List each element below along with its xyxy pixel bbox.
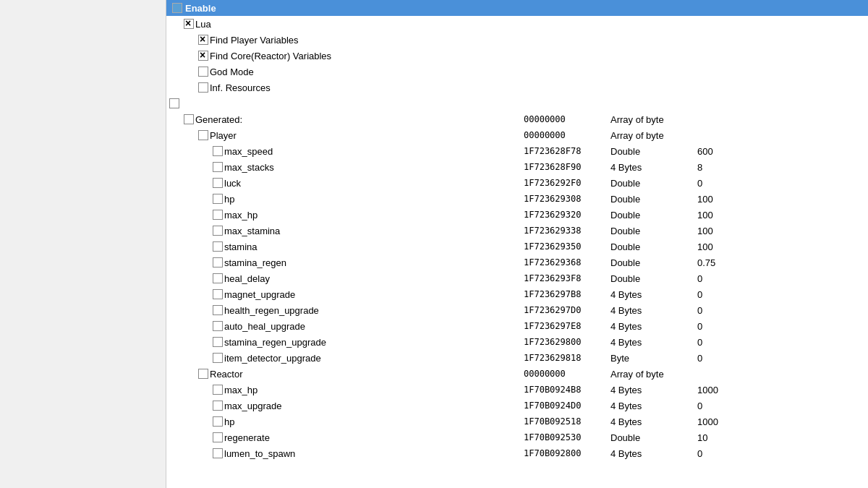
row-checkbox[interactable] (213, 385, 223, 395)
row-value[interactable]: 8 (694, 159, 752, 175)
table-row[interactable]: heal_delay 1F7236293F8 Double 0 (166, 270, 868, 286)
table-row[interactable] (166, 95, 868, 111)
table-row[interactable]: Generated: 00000000 Array of byte (166, 111, 868, 127)
table-row[interactable]: regenerate 1F70B092530 Double 10 (166, 429, 868, 445)
table-row[interactable]: Reactor 00000000 Array of byte (166, 366, 868, 382)
header-checkbox[interactable] (172, 3, 182, 13)
table-row[interactable]: item_detector_upgrade 1F723629818 Byte 0 (166, 350, 868, 366)
row-checkbox[interactable] (213, 210, 223, 220)
row-script (752, 366, 868, 382)
row-checkbox[interactable] (184, 19, 194, 29)
table-row[interactable]: stamina_regen_upgrade 1F723629800 4 Byte… (166, 334, 868, 350)
row-checkbox[interactable] (213, 432, 223, 442)
row-checkbox[interactable] (213, 353, 223, 363)
row-checkbox[interactable] (213, 416, 223, 427)
row-type: Double (608, 270, 694, 286)
table-row[interactable]: max_stacks 1F723628F90 4 Bytes 8 (166, 159, 868, 175)
row-checkbox[interactable] (213, 257, 223, 267)
row-checkbox[interactable] (213, 162, 223, 172)
row-value[interactable]: 0 (694, 334, 752, 350)
row-checkbox[interactable] (213, 321, 223, 331)
row-name-label: max_hp (224, 385, 258, 395)
row-value[interactable]: 1000 (694, 414, 752, 429)
row-value[interactable]: 0 (694, 318, 752, 334)
table-row[interactable]: magnet_upgrade 1F7236297B8 4 Bytes 0 (166, 286, 868, 302)
table-row[interactable]: Lua </span></td> (166, 16, 868, 32)
row-checkbox[interactable] (213, 401, 223, 411)
row-value[interactable]: 0 (694, 286, 752, 302)
table-row[interactable]: luck 1F7236292F0 Double 0 (166, 175, 868, 191)
row-value[interactable]: 1000 (694, 382, 752, 398)
row-name-cell: max_stamina (166, 223, 521, 239)
row-checkbox[interactable] (213, 194, 223, 204)
cheat-table: Enable </td> Lua </span></td> Find Playe… (166, 0, 868, 461)
row-value[interactable]: 0 (694, 350, 752, 366)
row-value[interactable]: 0 (694, 398, 752, 414)
row-checkbox[interactable] (213, 241, 223, 252)
table-row[interactable]: Inf. Resources </span></td> (166, 80, 868, 95)
row-value[interactable]: 0 (694, 445, 752, 461)
table-row[interactable]: hp 1F723629308 Double 100 (166, 191, 868, 207)
row-value[interactable]: 0.75 (694, 254, 752, 270)
table-row[interactable]: stamina_regen 1F723629368 Double 0.75 (166, 254, 868, 270)
row-value[interactable]: 0 (694, 270, 752, 286)
row-checkbox[interactable] (213, 146, 223, 156)
table-row[interactable]: auto_heal_upgrade 1F7236297E8 4 Bytes 0 (166, 318, 868, 334)
row-checkbox[interactable] (213, 178, 223, 188)
row-value[interactable]: 600 (694, 143, 752, 159)
row-checkbox[interactable] (198, 369, 208, 379)
row-value[interactable]: 0 (694, 175, 752, 191)
row-value[interactable]: 100 (694, 207, 752, 223)
row-value[interactable]: 100 (694, 239, 752, 254)
row-name-label: Find Player Variables (210, 35, 299, 46)
row-value[interactable] (694, 127, 752, 143)
row-value[interactable] (694, 32, 752, 48)
row-value[interactable]: 0 (694, 302, 752, 318)
row-checkbox[interactable] (184, 114, 194, 124)
row-value[interactable] (694, 64, 752, 80)
row-checkbox[interactable] (198, 51, 208, 61)
table-row[interactable]: Player 00000000 Array of byte (166, 127, 868, 143)
row-address (521, 48, 608, 64)
table-row[interactable]: max_hp 1F723629320 Double 100 (166, 207, 868, 223)
table-row[interactable]: Find Core(Reactor) Variables </span></td… (166, 48, 868, 64)
cheat-table-panel[interactable]: Enable </td> Lua </span></td> Find Playe… (166, 0, 868, 488)
row-value[interactable]: 10 (694, 429, 752, 445)
table-row[interactable]: Enable </td> (166, 0, 868, 16)
row-checkbox[interactable] (213, 273, 223, 283)
row-address: 00000000 (521, 111, 608, 127)
row-name-label: health_regen_upgrade (224, 305, 319, 316)
table-row[interactable]: max_stamina 1F723629338 Double 100 (166, 223, 868, 239)
row-value[interactable] (694, 16, 752, 32)
row-value[interactable] (694, 366, 752, 382)
row-value[interactable] (694, 80, 752, 95)
row-name-label: Generated: (195, 114, 242, 125)
row-value[interactable]: 100 (694, 223, 752, 239)
table-row[interactable]: hp 1F70B092518 4 Bytes 1000 (166, 414, 868, 429)
row-checkbox[interactable] (213, 448, 223, 458)
row-checkbox[interactable] (213, 226, 223, 236)
table-row[interactable]: health_regen_upgrade 1F7236297D0 4 Bytes… (166, 302, 868, 318)
row-checkbox[interactable] (213, 337, 223, 347)
table-row[interactable]: Find Player Variables </span></td> (166, 32, 868, 48)
row-checkbox[interactable] (198, 67, 208, 77)
table-row[interactable]: max_speed 1F723628F78 Double 600 (166, 143, 868, 159)
row-value[interactable] (694, 111, 752, 127)
table-row[interactable]: max_hp 1F70B0924B8 4 Bytes 1000 (166, 382, 868, 398)
row-checkbox[interactable] (213, 305, 223, 315)
table-row[interactable]: lumen_to_spawn 1F70B092800 4 Bytes 0 (166, 445, 868, 461)
row-value[interactable] (694, 48, 752, 64)
row-checkbox[interactable] (213, 289, 223, 299)
row-checkbox[interactable] (198, 130, 208, 140)
row-name-cell: Generated: (166, 111, 521, 127)
row-value[interactable]: 100 (694, 191, 752, 207)
table-row[interactable]: max_upgrade 1F70B0924D0 4 Bytes 0 (166, 398, 868, 414)
table-row[interactable]: stamina 1F723629350 Double 100 (166, 239, 868, 254)
row-checkbox[interactable] (169, 98, 179, 108)
row-name-cell: stamina_regen (166, 254, 521, 270)
table-row[interactable]: God Mode </span></td> (166, 64, 868, 80)
row-name-cell: max_hp (166, 382, 521, 398)
row-name-cell: max_upgrade (166, 398, 521, 414)
row-checkbox[interactable] (198, 35, 208, 45)
row-checkbox[interactable] (198, 82, 208, 93)
